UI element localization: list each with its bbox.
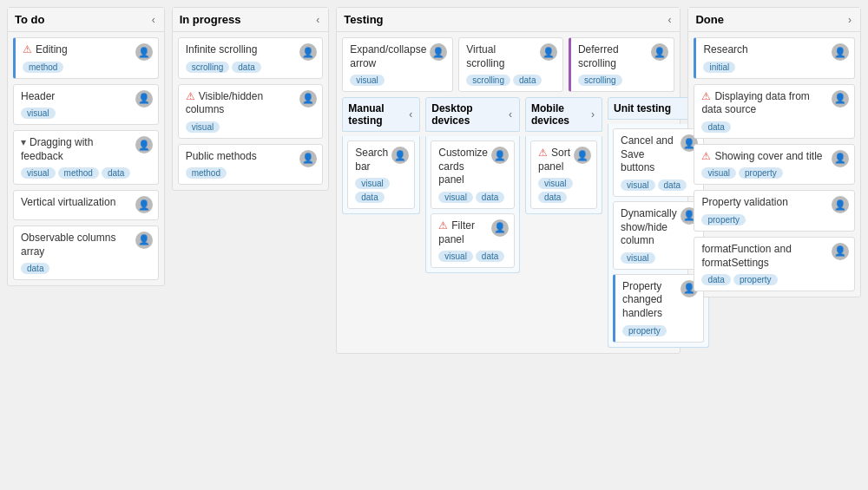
card-propvalidation-avatar — [832, 196, 849, 213]
tag-data: data — [538, 192, 567, 203]
card-header-title: Header — [21, 90, 151, 104]
testing-header: Testing ‹ — [337, 8, 680, 32]
card-research-title: Research — [703, 43, 847, 57]
card-expand: Expand/collapse arrow visual — [342, 37, 453, 92]
card-observable-title: Observable columns array — [21, 232, 151, 258]
card-dynamically-tags: visual — [621, 252, 696, 264]
todo-header: To do ‹ — [8, 8, 164, 32]
card-vertical-title: Vertical virtualization — [21, 196, 151, 210]
card-visible-title: Visible/hidden columns — [186, 90, 316, 117]
tag-initial: initial — [703, 62, 735, 73]
card-observable-avatar — [135, 232, 153, 249]
card-research: Research initial — [694, 37, 855, 79]
testing-top-row: Expand/collapse arrow visual Virtual scr… — [342, 37, 674, 92]
card-dragging-avatar — [135, 136, 153, 154]
card-virtual: Virtual scrolling scrolling data — [458, 37, 563, 92]
tag-visual: visual — [438, 251, 473, 262]
manual-header: Manual testing ‹ — [342, 97, 420, 132]
tag-data: data — [476, 251, 504, 262]
card-displaying-tags: data — [701, 121, 847, 133]
tag-visual: visual — [438, 192, 473, 203]
manual-collapse-btn[interactable]: ‹ — [407, 108, 414, 121]
tag-visual: visual — [701, 167, 736, 179]
testing-column: Testing ‹ Expand/collapse arrow visual V… — [336, 7, 681, 354]
done-column: Done › Research initial Displaying data … — [687, 7, 861, 297]
tag-method: method — [186, 167, 227, 179]
card-deferred-tags: scrolling — [578, 75, 667, 86]
tag-property: property — [733, 274, 778, 285]
card-propchanged-tags: property — [622, 325, 696, 336]
card-cancel-tags: visual data — [621, 180, 696, 191]
testing-sub-columns-row: Manual testing ‹ Search bar visual data — [342, 97, 674, 347]
tag-visual: visual — [621, 180, 655, 191]
card-editing: Editing method — [13, 37, 159, 79]
card-formatfunc: formatFunction and formatSettings data p… — [694, 237, 855, 291]
mobile-title: Mobile devices — [531, 102, 589, 127]
inprogress-header: In progress ‹ — [173, 8, 329, 32]
desktop-body: Customize cards panel visual data Filter… — [425, 136, 520, 273]
inprogress-column: In progress ‹ Infinite scrolling scrolli… — [172, 7, 330, 191]
card-dragging: Dragging with feedback visual method dat… — [13, 130, 159, 185]
card-displaying-title: Displaying data from data source — [701, 90, 847, 117]
card-public-title: Public methods — [186, 150, 316, 164]
testing-collapse-btn[interactable]: ‹ — [666, 14, 673, 26]
todo-column: To do ‹ Editing method Header visual Dra… — [7, 7, 165, 286]
desktop-title: Desktop devices — [431, 102, 507, 127]
card-formatfunc-avatar — [832, 243, 849, 260]
card-header: Header visual — [13, 84, 159, 126]
manual-body: Search bar visual data — [342, 136, 420, 214]
card-public: Public methods method — [178, 144, 324, 186]
card-expand-tags: visual — [350, 75, 445, 86]
done-collapse-btn[interactable]: › — [846, 14, 853, 26]
kanban-board: To do ‹ Editing method Header visual Dra… — [7, 7, 861, 354]
card-showing-avatar — [832, 150, 849, 167]
card-propvalidation-tags: property — [701, 214, 847, 225]
card-formatfunc-title: formatFunction and formatSettings — [701, 243, 847, 270]
card-searchbar-tags: visual data — [355, 178, 407, 203]
card-header-tags: visual — [21, 108, 151, 119]
card-visible-avatar — [299, 90, 317, 108]
card-displaying-avatar — [832, 90, 849, 108]
card-infinite-avatar — [299, 43, 317, 61]
desktop-collapse-btn[interactable]: ‹ — [507, 108, 514, 121]
tag-visual: visual — [186, 121, 220, 133]
todo-collapse-btn[interactable]: ‹ — [150, 14, 157, 26]
card-sort: Sort panel visual data — [530, 140, 597, 209]
card-observable-tags: data — [21, 263, 151, 274]
card-virtual-tags: scrolling data — [466, 75, 556, 86]
done-body: Research initial Displaying data from da… — [688, 32, 860, 297]
tag-visual: visual — [621, 252, 655, 264]
done-header: Done › — [688, 8, 860, 32]
tag-visual: visual — [21, 108, 56, 119]
todo-body: Editing method Header visual Dragging wi… — [8, 32, 164, 285]
card-header-avatar — [135, 90, 153, 108]
card-editing-title: Editing — [23, 43, 151, 57]
card-research-avatar — [832, 43, 849, 61]
testing-title: Testing — [344, 13, 383, 26]
card-research-tags: initial — [703, 62, 847, 73]
tag-method: method — [23, 62, 63, 73]
mobile-header: Mobile devices › — [525, 97, 602, 132]
card-visible: Visible/hidden columns visual — [178, 84, 324, 139]
tag-data: data — [513, 75, 542, 86]
card-virtual-avatar — [540, 43, 557, 61]
tag-scrolling: scrolling — [186, 62, 230, 73]
tag-visual: visual — [350, 75, 385, 86]
desktop-header: Desktop devices ‹ — [425, 97, 520, 132]
mobile-collapse-btn[interactable]: › — [589, 108, 596, 121]
card-public-avatar — [299, 150, 317, 167]
tag-data: data — [21, 263, 49, 274]
mobile-body: Sort panel visual data — [525, 136, 602, 214]
desktop-sub-column: Desktop devices ‹ Customize cards panel … — [425, 97, 520, 347]
tag-property: property — [622, 325, 667, 336]
card-vertical-avatar — [135, 196, 153, 213]
card-infinite: Infinite scrolling scrolling data — [178, 37, 324, 79]
card-deferred: Deferred scrolling scrolling — [569, 37, 675, 92]
card-customize: Customize cards panel visual data — [431, 140, 515, 209]
unit-title: Unit testing — [614, 102, 671, 114]
inprogress-collapse-btn[interactable]: ‹ — [314, 14, 321, 26]
card-infinite-title: Infinite scrolling — [186, 43, 316, 57]
card-filter-avatar — [491, 219, 509, 237]
card-propvalidation-title: Property validation — [701, 196, 847, 210]
tag-data: data — [102, 167, 130, 179]
